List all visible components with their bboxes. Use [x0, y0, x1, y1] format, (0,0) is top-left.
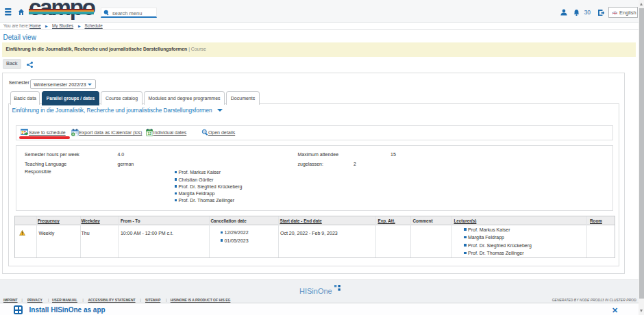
- svg-text:12: 12: [147, 131, 151, 136]
